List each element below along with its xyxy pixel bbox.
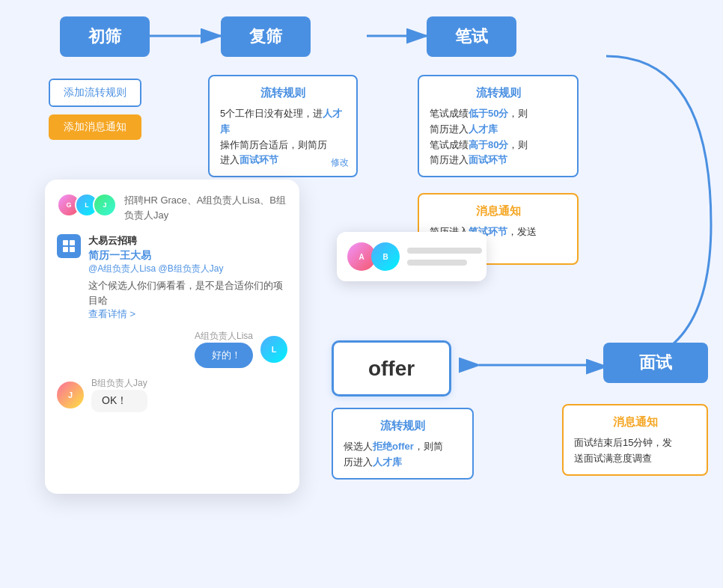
stage-initial-box: 初筛 [60, 16, 150, 57]
view-detail-link[interactable]: 查看详情 > [88, 307, 287, 321]
written-rule-box: 流转规则 笔试成绩低于50分，则 简历进入人才库 笔试成绩高于80分，则 简历进… [418, 75, 579, 177]
platform-icon [57, 234, 81, 258]
card-popup: A B [337, 232, 486, 281]
written-rule-title: 流转规则 [430, 84, 567, 102]
add-notify-button[interactable]: 添加消息通知 [49, 114, 141, 140]
stage-interview-box: 面试 [603, 343, 708, 383]
written-notify-title: 消息通知 [430, 202, 567, 220]
offer-rule-content: 候选人拒绝offer，则简 历进入人才库 [344, 439, 462, 471]
chat-header: G L J 招聘HR Grace、A组负责人Lisa、B组负责人Jay [57, 193, 287, 222]
resume-title: 简历一王大易 [88, 249, 287, 263]
avatar-jay: J [93, 193, 117, 217]
mentions: @A组负责人Lisa @B组负责人Jay [88, 263, 287, 275]
written-rule-content: 笔试成绩低于50分，则 简历进入人才库 笔试成绩高于80分，则 简历进入面试环节 [430, 106, 567, 168]
main-container: 初筛 添加流转规则 添加消息通知 复筛 流转规则 5个工作日没有处理，进人才库 … [0, 0, 723, 588]
interview-notify-content: 面试结束后15分钟，发 送面试满意度调查 [574, 435, 696, 467]
avatar-lisa-2: L [260, 336, 287, 363]
card-line-1 [407, 248, 482, 254]
reply-b: J B组负责人Jay OK！ [57, 377, 287, 412]
reply-a-label: A组负责人Lisa [195, 330, 253, 343]
reply-b-text: OK！ [91, 390, 147, 412]
reply-a-btn: 好的！ [195, 343, 253, 368]
stage-review-box: 复筛 [221, 16, 311, 57]
reply-a: A组负责人Lisa 好的！ L [57, 330, 287, 368]
platform-name: 大易云招聘 [88, 234, 287, 248]
avatar-jay-2: J [57, 382, 84, 408]
svg-rect-6 [70, 240, 75, 245]
stage-written-box: 笔试 [427, 16, 516, 57]
interview-notify-box: 消息通知 面试结束后15分钟，发 送面试满意度调查 [562, 404, 708, 476]
message-text: 这个候选人你们俩看看，是不是合适你们的项目哈 [88, 278, 287, 307]
review-rule-box: 流转规则 5个工作日没有处理，进人才库 操作简历合适后，则简历 进入面试环节 修… [208, 75, 358, 177]
offer-rule-title: 流转规则 [344, 417, 462, 435]
card-line-2 [407, 260, 467, 266]
offer-text: offer [368, 357, 415, 381]
stage-interview: 面试 [603, 343, 708, 383]
stage-review: 复筛 [221, 16, 311, 57]
review-rule-content: 5个工作日没有处理，进人才库 操作简历合适后，则简历 进入面试环节 [220, 106, 346, 168]
svg-rect-7 [63, 247, 68, 252]
platform-content: 大易云招聘 简历一王大易 @A组负责人Lisa @B组负责人Jay 这个候选人你… [88, 234, 287, 321]
svg-rect-5 [63, 240, 68, 245]
initial-sub: 添加流转规则 添加消息通知 [49, 79, 141, 140]
stage-written: 笔试 [427, 16, 516, 57]
svg-rect-8 [70, 247, 75, 252]
card-avatar-2: B [371, 242, 400, 271]
card-lines [407, 242, 482, 271]
reply-b-label: B组负责人Jay [91, 377, 147, 390]
interview-notify-title: 消息通知 [574, 413, 696, 431]
chat-header-text: 招聘HR Grace、A组负责人Lisa、B组负责人Jay [124, 193, 287, 222]
platform-message: 大易云招聘 简历一王大易 @A组负责人Lisa @B组负责人Jay 这个候选人你… [57, 234, 287, 321]
edit-link[interactable]: 修改 [331, 156, 349, 170]
card-avatars: A B [347, 242, 400, 271]
review-rule-title: 流转规则 [220, 84, 346, 102]
chat-panel: G L J 招聘HR Grace、A组负责人Lisa、B组负责人Jay 大易云招… [45, 180, 299, 494]
stage-initial: 初筛 [60, 16, 150, 57]
add-rule-button[interactable]: 添加流转规则 [49, 79, 141, 107]
offer-rule-box: 流转规则 候选人拒绝offer，则简 历进入人才库 [332, 408, 474, 480]
offer-box: offer [332, 340, 451, 396]
